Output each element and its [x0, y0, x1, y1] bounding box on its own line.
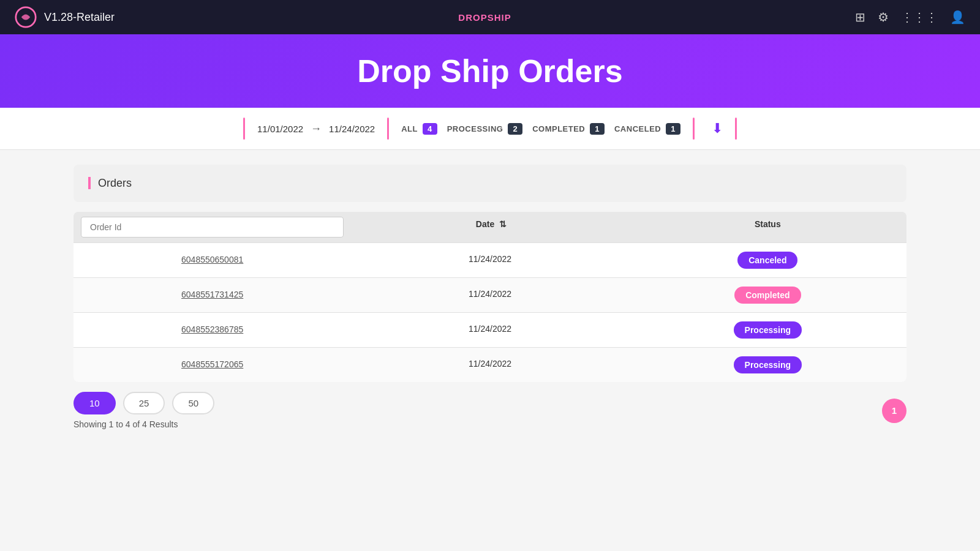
navbar-left: V1.28-Retailer: [15, 6, 115, 28]
filter-completed-label: COMPLETED: [532, 124, 585, 133]
filter-processing-count: 2: [508, 123, 522, 135]
page-header: Drop Ship Orders: [0, 34, 980, 108]
order-status-cell: Canceled: [629, 243, 907, 277]
date-from[interactable]: 11/01/2022: [257, 124, 303, 134]
date-to[interactable]: 11/24/2022: [329, 124, 375, 134]
status-badge: Processing: [734, 321, 802, 339]
order-id-cell: 6048555172065: [74, 348, 351, 382]
filter-canceled-count: 1: [666, 123, 680, 135]
filter-processing-label: PROCESSING: [447, 124, 503, 133]
col-date-header: Date ⇅: [351, 212, 628, 242]
order-id-link[interactable]: 6048550650081: [181, 255, 243, 264]
order-id-link[interactable]: 6048555172065: [181, 359, 243, 369]
order-id-link[interactable]: 6048552386785: [181, 324, 243, 334]
arrow-icon: →: [311, 122, 322, 135]
navbar-version: V1.28-Retailer: [44, 11, 115, 24]
navbar-nav-label: DROPSHIP: [458, 12, 511, 23]
filter-tab-processing[interactable]: PROCESSING 2: [447, 123, 522, 135]
order-date-cell: 11/24/2022: [351, 243, 628, 277]
order-date-cell: 11/24/2022: [351, 348, 628, 382]
user-icon[interactable]: 👤: [950, 10, 965, 24]
table-row: 6048550650081 11/24/2022 Canceled: [74, 242, 907, 277]
filter-all-label: ALL: [401, 124, 418, 133]
logo-icon: [15, 6, 37, 28]
order-status-cell: Processing: [629, 348, 907, 382]
order-date-cell: 11/24/2022: [351, 278, 628, 312]
order-id-cell: 6048550650081: [74, 243, 351, 277]
order-id-cell: 6048551731425: [74, 278, 351, 312]
sort-icon[interactable]: ⇅: [499, 219, 507, 229]
orders-title: Orders: [88, 177, 132, 189]
filter-canceled-label: CANCELED: [614, 124, 661, 133]
filter-tab-canceled[interactable]: CANCELED 1: [614, 123, 680, 135]
filter-tab-completed[interactable]: COMPLETED 1: [532, 123, 605, 135]
filter-bar: 11/01/2022 → 11/24/2022 ALL 4 PROCESSING…: [0, 108, 980, 150]
page-size-10[interactable]: 10: [74, 392, 116, 414]
filter-all-count: 4: [423, 123, 437, 135]
page-size-25[interactable]: 25: [123, 392, 165, 414]
order-id-cell: 6048552386785: [74, 313, 351, 347]
order-id-link[interactable]: 6048551731425: [181, 290, 243, 299]
filter-divider-left: [243, 118, 245, 140]
filter-divider-far: [735, 118, 737, 140]
download-button[interactable]: ⬇: [712, 121, 723, 137]
main-content: Orders Date ⇅ Status 6048550650081 11/24…: [0, 150, 980, 446]
table-row: 6048552386785 11/24/2022 Processing: [74, 312, 907, 347]
filter-tabs: ALL 4 PROCESSING 2 COMPLETED 1 CANCELED …: [401, 123, 680, 135]
filter-tab-all[interactable]: ALL 4: [401, 123, 437, 135]
table-header: Date ⇅ Status: [74, 212, 907, 242]
page-size-50[interactable]: 50: [172, 392, 214, 414]
status-badge: Completed: [734, 287, 801, 304]
navbar-right: ⊞ ⚙ ⋮⋮⋮ 👤: [855, 10, 965, 24]
page-size-buttons: 10 25 50: [74, 392, 214, 414]
search-col: [74, 212, 351, 242]
pagination-bar: 10 25 50 Showing 1 to 4 of 4 Results 1: [74, 382, 907, 432]
filter-completed-count: 1: [590, 123, 605, 135]
order-rows: 6048550650081 11/24/2022 Canceled 604855…: [74, 242, 907, 382]
table-row: 6048551731425 11/24/2022 Completed: [74, 277, 907, 312]
filter-divider-right: [693, 118, 695, 140]
table-row: 6048555172065 11/24/2022 Processing: [74, 347, 907, 382]
order-status-cell: Completed: [629, 278, 907, 312]
orders-section: Orders: [74, 165, 907, 202]
page-title: Drop Ship Orders: [0, 53, 980, 89]
order-status-cell: Processing: [629, 313, 907, 347]
pagination-left: 10 25 50 Showing 1 to 4 of 4 Results: [74, 392, 214, 429]
status-badge: Canceled: [737, 252, 797, 269]
table-icon[interactable]: ⊞: [855, 10, 865, 24]
orders-table: Date ⇅ Status 6048550650081 11/24/2022 C…: [74, 212, 907, 382]
navbar: V1.28-Retailer DROPSHIP ⊞ ⚙ ⋮⋮⋮ 👤: [0, 0, 980, 34]
col-status-header: Status: [629, 212, 907, 242]
filter-divider-mid: [387, 118, 389, 140]
grid-icon[interactable]: ⋮⋮⋮: [901, 10, 938, 24]
page-1-button[interactable]: 1: [882, 399, 907, 423]
date-range: 11/01/2022 → 11/24/2022: [257, 122, 375, 135]
gear-icon[interactable]: ⚙: [878, 10, 889, 24]
status-badge: Processing: [734, 356, 802, 373]
order-date-cell: 11/24/2022: [351, 313, 628, 347]
showing-text: Showing 1 to 4 of 4 Results: [74, 414, 214, 429]
search-input[interactable]: [81, 217, 344, 238]
